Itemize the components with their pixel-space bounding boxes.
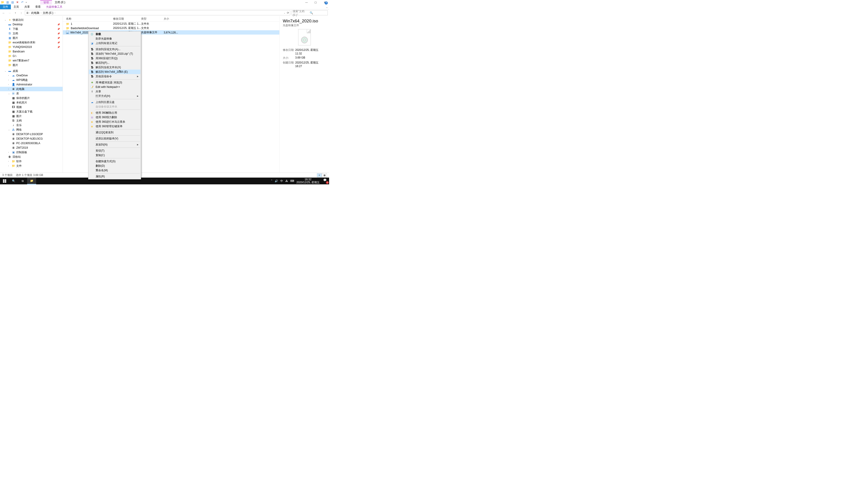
nav-folder[interactable]: ›📁软件 xyxy=(0,159,63,164)
ctx-open360[interactable]: 🗜用360压缩打开(Q) xyxy=(89,56,141,61)
ctx-360-scan[interactable]: ◉使用 360进行木马云查杀 xyxy=(89,120,141,124)
nav-lib-item[interactable]: ♪音乐 xyxy=(0,123,63,127)
nav-documents[interactable]: 🖺文档📌 xyxy=(0,31,63,36)
ctx-bee-browser[interactable]: ✚用 蜂蜜浏览器 浏览(3) xyxy=(89,80,141,85)
view-details-button[interactable]: ≡ xyxy=(317,173,322,177)
file-row[interactable]: 📁1 2020/12/15, 星期二 1...文件夹 xyxy=(63,22,279,26)
ribbon-disc-tools[interactable]: 光盘映像工具 xyxy=(43,4,65,9)
nav-lib-item[interactable]: 🖺文档 xyxy=(0,119,63,123)
ctx-baidu[interactable]: ☁上传到百度云盘 xyxy=(89,100,141,104)
ctx-burn[interactable]: 刻录光盘映像 xyxy=(89,36,141,41)
ctx-extract[interactable]: 🗜解压到(F)... xyxy=(89,61,141,65)
ctx-copy[interactable]: 复制(C) xyxy=(89,153,141,158)
ctx-360-unlock[interactable]: ◧使用 360解除占用 xyxy=(89,110,141,115)
nav-quick-access[interactable]: ⌄★快速访问 xyxy=(0,18,63,22)
ribbon-context-tab[interactable]: 管理 xyxy=(40,0,52,4)
ribbon-collapse-icon[interactable]: ⌄ xyxy=(326,6,328,8)
nav-lib-item[interactable]: ▦保存的图片 xyxy=(0,96,63,100)
qat-item[interactable]: ▤ xyxy=(11,1,14,4)
breadcrumb-current[interactable]: 文档 (E:) xyxy=(42,11,54,15)
ctx-extract-named[interactable]: 🗜解压到 Win7x64_2020\ (E) xyxy=(89,70,141,74)
nav-network-pc[interactable]: 🖥DESKTOP-NJEU3CG xyxy=(0,136,63,141)
minimize-button[interactable]: — xyxy=(302,0,311,4)
nav-onedrive[interactable]: ›☁OneDrive xyxy=(0,73,63,78)
nav-libraries[interactable]: ⌄🏛库 xyxy=(0,91,63,96)
nav-lib-item[interactable]: 🎞视频 xyxy=(0,105,63,109)
file-row[interactable]: 📁BaiduNetdiskDownload 2020/12/25, 星期五 1.… xyxy=(63,26,279,30)
ctx-addzip-named[interactable]: 🗜添加到 "Win7x64_2020.zip" (T) xyxy=(89,52,141,56)
nav-lib-item[interactable]: ▦图片 xyxy=(0,114,63,119)
nav-lib-item[interactable]: ▦本机照片 xyxy=(0,100,63,105)
ctx-cut[interactable]: 剪切(T) xyxy=(89,149,141,153)
ctx-notepad[interactable]: 📝Edit with Notepad++ xyxy=(89,85,141,89)
ctx-share[interactable]: ⇪共享 xyxy=(89,89,141,94)
nav-network-pc[interactable]: 🖥ZMT2019 xyxy=(0,145,63,150)
address-dropdown-icon[interactable]: ⌄ xyxy=(284,12,285,14)
ctx-delete[interactable]: 删除(D) xyxy=(89,164,141,168)
nav-recycle[interactable]: 🗑回收站 xyxy=(0,155,63,159)
nav-network[interactable]: ⌄🖧网络 xyxy=(0,127,63,132)
ctx-qq-send[interactable]: 通过QQ发送到 xyxy=(89,130,141,135)
qat-item[interactable]: ▥ xyxy=(6,1,9,4)
ime-indicator[interactable]: 中 xyxy=(280,179,283,183)
ribbon-file[interactable]: 文件 xyxy=(0,4,11,9)
task-view-button[interactable]: ⧉ xyxy=(18,177,27,184)
nav-folder[interactable]: 📁Bandicam xyxy=(0,49,63,54)
start-button[interactable] xyxy=(0,177,9,184)
nav-downloads[interactable]: ⬇下载📌 xyxy=(0,27,63,31)
nav-this-pc[interactable]: ›🖥此电脑 xyxy=(0,87,63,91)
nav-folder[interactable]: 📁win7重装win7 xyxy=(0,58,63,63)
chevron-right-icon[interactable]: › xyxy=(40,12,42,14)
nav-folder[interactable]: 📁图片 xyxy=(0,63,63,67)
breadcrumb-root[interactable]: 此电脑 xyxy=(30,11,40,15)
search-button[interactable]: 🔍 xyxy=(9,177,18,184)
maximize-button[interactable]: ▢ xyxy=(311,0,320,4)
network-icon[interactable]: 🖧 xyxy=(285,180,288,183)
ctx-360-delete[interactable]: ▤使用 360强力删除 xyxy=(89,115,141,120)
nav-network-pc[interactable]: 🖥DESKTOP-LSSOEDP xyxy=(0,132,63,136)
nav-desktop-group[interactable]: ⌄▬桌面 xyxy=(0,69,63,73)
chevron-right-icon[interactable]: › xyxy=(54,12,56,14)
qat-dropdown-icon[interactable]: ▾ xyxy=(26,1,27,3)
column-headers[interactable]: 名称 修改日期 类型 大小 xyxy=(63,16,279,22)
ctx-youdao[interactable]: ◪上传到有道云笔记 xyxy=(89,41,141,45)
chevron-right-icon[interactable]: › xyxy=(29,12,30,14)
nav-network-pc[interactable]: 🖥PC-20190530OBLA xyxy=(0,141,63,145)
keyboard-icon[interactable]: ⌨ xyxy=(290,180,294,183)
ctx-extract-here[interactable]: 🗜解压到当前文件夹(X) xyxy=(89,65,141,70)
view-thumbnails-button[interactable]: ▦ xyxy=(322,173,327,177)
ctx-restore[interactable]: 还原以前的版本(V) xyxy=(89,136,141,141)
refresh-icon[interactable]: ⟳ xyxy=(287,11,289,14)
ctx-addzip[interactable]: 🗜添加到压缩文件(A)... xyxy=(89,47,141,52)
search-input[interactable]: 搜索"文档 (E:)" 🔍 xyxy=(291,10,328,15)
qat-delete-icon[interactable]: ✕ xyxy=(16,1,19,4)
nav-wps[interactable]: ›☁WPS网盘 xyxy=(0,78,63,82)
notifications-button[interactable]: 💬3 xyxy=(323,178,328,184)
nav-user[interactable]: ›👤Administrator xyxy=(0,82,63,87)
ribbon-view[interactable]: 查看 xyxy=(33,4,43,9)
ribbon-share[interactable]: 共享 xyxy=(22,4,33,9)
ctx-other-zip[interactable]: 🗜其他压缩命令▶ xyxy=(89,74,141,78)
ctx-mount[interactable]: 💿装载 xyxy=(89,32,141,36)
ctx-rename[interactable]: 重命名(M) xyxy=(89,168,141,173)
qat-undo-icon[interactable]: ↶ xyxy=(21,1,24,4)
ctx-send-to[interactable]: 发送到(N)▶ xyxy=(89,142,141,147)
ctx-360-menu[interactable]: ◉使用 360管理右键菜单 xyxy=(89,124,141,129)
nav-folder[interactable]: 📁YUNQISHI2019📌 xyxy=(0,45,63,49)
nav-pictures[interactable]: ▦图片📌 xyxy=(0,36,63,40)
nav-folder[interactable]: 📁excel表格制作求和📌 xyxy=(0,40,63,45)
nav-folder[interactable]: ›📁文件 xyxy=(0,164,63,168)
nav-lib-item[interactable]: ▦天翼云盘下载 xyxy=(0,109,63,114)
up-button[interactable]: ↑ xyxy=(19,11,24,15)
volume-icon[interactable]: 🔊 xyxy=(275,180,278,183)
ctx-properties[interactable]: 属性(R) xyxy=(89,174,141,179)
help-icon[interactable]: ? xyxy=(324,1,328,4)
recent-dropdown[interactable]: ▾ xyxy=(13,12,18,14)
nav-control-panel[interactable]: ›▣控制面板 xyxy=(0,150,63,155)
explorer-taskbar-button[interactable]: 📁 xyxy=(27,177,36,184)
tray-overflow-icon[interactable]: ˄ xyxy=(271,180,272,183)
forward-button[interactable]: → xyxy=(7,11,12,15)
clock[interactable]: 16:322020/12/25, 星期五 xyxy=(296,178,321,184)
nav-desktop[interactable]: ▬Desktop📌 xyxy=(0,22,63,27)
back-button[interactable]: ← xyxy=(1,11,6,15)
